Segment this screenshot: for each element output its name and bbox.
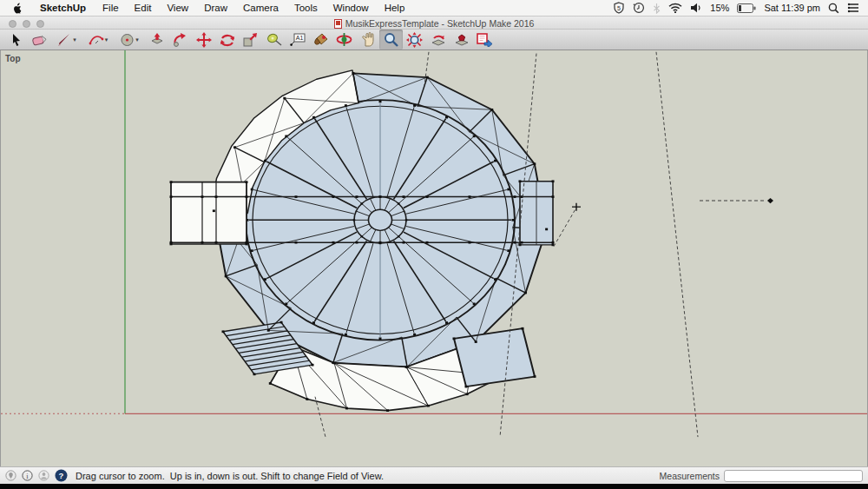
- svg-text:?: ?: [59, 471, 64, 480]
- line-tool-button[interactable]: ▾: [51, 30, 82, 50]
- measurements-input[interactable]: [724, 470, 863, 482]
- spotlight-search-icon[interactable]: [828, 3, 839, 14]
- svg-text:A1: A1: [295, 35, 303, 41]
- menu-edit[interactable]: Edit: [127, 3, 160, 13]
- menu-file[interactable]: File: [95, 3, 127, 13]
- battery-percentage: 15%: [710, 3, 729, 13]
- help-icon[interactable]: ?: [55, 469, 68, 482]
- svg-text:i: i: [26, 472, 29, 480]
- menu-tools[interactable]: Tools: [286, 3, 326, 13]
- tape-measure-tool-button[interactable]: [262, 30, 286, 50]
- line-tool-dropdown[interactable]: ▾: [73, 36, 76, 43]
- eraser-tool-button[interactable]: [28, 30, 51, 50]
- shield-5-status-icon[interactable]: 5: [613, 2, 625, 14]
- shapes-tool-button[interactable]: ▾: [114, 30, 145, 50]
- orbit-tool-button[interactable]: [332, 30, 356, 50]
- arc-tool-dropdown[interactable]: ▾: [105, 36, 108, 43]
- modeling-canvas[interactable]: Top: [0, 50, 868, 466]
- clock-status-icon[interactable]: [633, 2, 645, 14]
- battery-icon: [737, 3, 756, 13]
- window-bottom-edge: [0, 484, 868, 489]
- carousel-model-top-view[interactable]: [170, 70, 555, 412]
- view-name-label: Top: [5, 54, 21, 63]
- move-tool-button[interactable]: [192, 30, 215, 50]
- menubar-clock[interactable]: Sat 11:39 pm: [764, 3, 820, 13]
- svg-text:5: 5: [617, 5, 621, 11]
- menu-camera[interactable]: Camera: [235, 3, 286, 13]
- volume-status-icon[interactable]: [690, 3, 702, 13]
- wifi-status-icon[interactable]: [668, 3, 682, 13]
- window-title: MusikExpressTemplate - SketchUp Make 201…: [0, 17, 868, 29]
- notification-center-icon[interactable]: [847, 3, 859, 13]
- measurements-label: Measurements: [660, 471, 720, 481]
- model-viewport[interactable]: [1, 50, 868, 466]
- sketchup-document-icon: [334, 19, 342, 29]
- select-tool-button[interactable]: [4, 30, 28, 50]
- desktop: SketchUp File Edit View Draw Camera Tool…: [0, 0, 868, 489]
- menu-window[interactable]: Window: [326, 3, 377, 13]
- geolocation-icon[interactable]: [5, 470, 16, 481]
- apple-icon[interactable]: [12, 2, 23, 14]
- toolbar: ▾ ▾ ▾ A1: [0, 30, 868, 50]
- rotate-tool-button[interactable]: [215, 30, 239, 50]
- menu-view[interactable]: View: [159, 3, 196, 13]
- follow-me-tool-button[interactable]: [168, 30, 192, 50]
- credits-info-icon[interactable]: i: [22, 470, 33, 481]
- next-view-button[interactable]: [450, 30, 473, 50]
- zoom-extents-tool-button[interactable]: [403, 30, 426, 50]
- statusbar-hint: Drag cursor to zoom. Up is in, down is o…: [76, 471, 384, 481]
- shapes-tool-dropdown[interactable]: ▾: [135, 36, 139, 43]
- window-titlebar[interactable]: MusikExpressTemplate - SketchUp Make 201…: [0, 17, 868, 30]
- share-model-button[interactable]: [473, 30, 496, 50]
- zoom-tool-button[interactable]: [379, 30, 403, 50]
- pan-tool-button[interactable]: [356, 30, 379, 50]
- menu-sketchup[interactable]: SketchUp: [31, 3, 95, 13]
- statusbar: i ? Drag cursor to zoom. Up is in, down …: [0, 466, 868, 484]
- scale-tool-button[interactable]: [239, 30, 262, 50]
- paint-bucket-tool-button[interactable]: [309, 30, 332, 50]
- arc-tool-button[interactable]: ▾: [82, 30, 114, 50]
- previous-view-button[interactable]: [426, 30, 450, 50]
- sign-in-user-icon[interactable]: [38, 470, 49, 481]
- text-tool-button[interactable]: A1: [286, 30, 309, 50]
- menu-draw[interactable]: Draw: [196, 3, 235, 13]
- push-pull-tool-button[interactable]: [145, 30, 168, 50]
- macos-menubar: SketchUp File Edit View Draw Camera Tool…: [0, 0, 868, 17]
- bluetooth-status-icon[interactable]: [653, 3, 661, 14]
- menu-help[interactable]: Help: [377, 3, 413, 13]
